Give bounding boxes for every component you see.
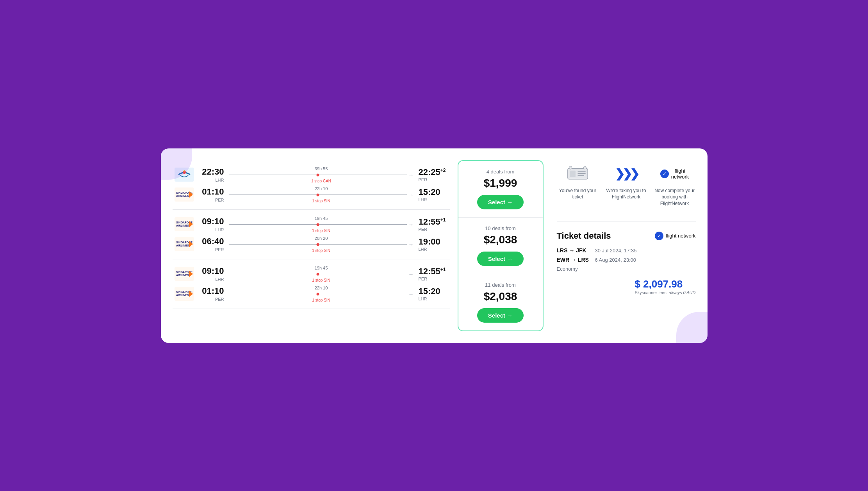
flight-row-outbound: SINGAPORE AIRLINES 09:10 LHR 19h 45 bbox=[173, 266, 450, 282]
step-flight-network: ✓ flight network Now complete your booki… bbox=[654, 164, 696, 207]
deal-price: $2,038 bbox=[484, 234, 517, 246]
stop-dot bbox=[316, 243, 319, 246]
stop-dot bbox=[316, 223, 319, 226]
departure-time: 09:10 bbox=[201, 266, 224, 276]
flight-group: SINGAPORE AIRLINES 09:10 LHR 19h 45 bbox=[173, 210, 450, 259]
stop-label: 1 stop SIN bbox=[312, 278, 330, 282]
ticket-panel: You've found your ticket ❯❯❯ We're takin… bbox=[547, 160, 696, 331]
ticket-icon bbox=[566, 164, 590, 184]
step-label: We're taking you to FlightNetwork bbox=[605, 187, 647, 201]
svg-text:AIRLINES: AIRLINES bbox=[176, 274, 189, 277]
departure-time: 09:10 bbox=[201, 216, 224, 227]
fn-checkmark: ✓ bbox=[660, 170, 669, 178]
route-bar bbox=[229, 195, 407, 195]
fn-checkmark: ✓ bbox=[655, 232, 663, 240]
deal-count: 10 deals from bbox=[485, 225, 516, 231]
arrival-time: 19:00 bbox=[419, 237, 450, 247]
route-duration: 19h 45 bbox=[315, 266, 328, 270]
flight-row-return: SINGAPORE AIRLINES 01:10 PER 22h 10 bbox=[173, 186, 450, 203]
step-label: Now complete your booking with FlightNet… bbox=[654, 187, 696, 207]
svg-text:AIRLINES: AIRLINES bbox=[176, 224, 189, 227]
departure-airport: PER bbox=[201, 297, 224, 302]
return-route: EWR → LRS bbox=[557, 257, 592, 263]
deal-option-2: 10 deals from $2,038 Select → bbox=[458, 218, 543, 274]
svg-text:AIRLINES: AIRLINES bbox=[176, 294, 189, 296]
stop-dot bbox=[316, 293, 319, 295]
route-arrow-icon: → bbox=[408, 221, 414, 228]
arrival-airport: PER bbox=[419, 177, 450, 182]
ticket-details-header: Ticket details ✓ flight network bbox=[557, 231, 696, 241]
flight-route: 19h 45 → 1 stop SIN bbox=[229, 266, 414, 282]
flight-network-icon: ✓ flight network bbox=[663, 164, 686, 184]
departure-time: 01:10 bbox=[201, 187, 224, 197]
arrival-sup: +1 bbox=[440, 267, 446, 272]
ticket-details-title: Ticket details bbox=[557, 231, 611, 241]
flight-destination: 22:25+2 PER bbox=[419, 167, 450, 182]
flight-network-badge: ✓ flight network bbox=[660, 168, 689, 180]
arrival-airport: PER bbox=[419, 277, 450, 281]
select-button-1[interactable]: Select → bbox=[477, 195, 524, 209]
airline-logo-singapore: SINGAPORE AIRLINES bbox=[173, 267, 196, 281]
flight-group: 22:30 LHR 39h 55 → 1 stop CAN 22:25+ bbox=[173, 160, 450, 210]
route-line: → bbox=[229, 192, 414, 198]
svg-point-27 bbox=[569, 166, 572, 169]
arrival-airport: PER bbox=[419, 227, 450, 232]
route-line: → bbox=[229, 221, 414, 228]
svg-point-9 bbox=[190, 223, 192, 225]
deal-count: 11 deals from bbox=[485, 282, 516, 288]
step-ticket: You've found your ticket bbox=[557, 164, 599, 201]
route-duration: 22h 10 bbox=[315, 186, 328, 191]
route-bar bbox=[229, 224, 407, 225]
outbound-route-row: LRS → JFK 30 Jul 2024, 17:35 bbox=[557, 247, 696, 254]
flight-route: 22h 10 → 1 stop SIN bbox=[229, 286, 414, 302]
route-line: → bbox=[229, 241, 414, 248]
stop-label: 1 stop SIN bbox=[312, 199, 330, 203]
select-button-3[interactable]: Select → bbox=[477, 308, 524, 323]
route-arrow-icon: → bbox=[408, 291, 414, 297]
deal-price: $1,999 bbox=[484, 177, 517, 189]
arrival-time: 12:55+1 bbox=[419, 217, 450, 227]
arrival-airport: LHR bbox=[419, 247, 450, 252]
step-label: You've found your ticket bbox=[557, 187, 599, 201]
route-duration: 20h 20 bbox=[315, 236, 328, 241]
stop-label: 1 stop CAN bbox=[311, 179, 331, 183]
fn-name: flight network bbox=[671, 168, 689, 180]
arrival-airport: LHR bbox=[419, 197, 450, 202]
stop-dot bbox=[316, 273, 319, 275]
route-duration: 19h 45 bbox=[315, 216, 328, 221]
ticket-details-section: Ticket details ✓ flight network LRS → JF… bbox=[557, 221, 696, 295]
departure-time: 01:10 bbox=[201, 286, 224, 296]
deals-panel: 4 deals from $1,999 Select → 10 deals fr… bbox=[458, 160, 544, 331]
route-bar bbox=[229, 244, 407, 245]
select-button-2[interactable]: Select → bbox=[477, 252, 524, 266]
departure-time: 06:40 bbox=[201, 236, 224, 246]
ticket-fees: Skyscanner fees: always 0 AUD bbox=[635, 290, 695, 295]
route-arrow-icon: → bbox=[408, 172, 414, 178]
route-duration: 22h 10 bbox=[315, 286, 328, 290]
stop-dot bbox=[316, 193, 319, 196]
flight-row-outbound: SINGAPORE AIRLINES 09:10 LHR 19h 45 bbox=[173, 216, 450, 233]
flight-network-logo: ✓ flight network bbox=[655, 232, 696, 240]
arrival-sup: +2 bbox=[440, 168, 446, 173]
flight-list: 22:30 LHR 39h 55 → 1 stop CAN 22:25+ bbox=[173, 160, 454, 331]
main-card: 22:30 LHR 39h 55 → 1 stop CAN 22:25+ bbox=[161, 148, 708, 343]
flight-row-outbound: 22:30 LHR 39h 55 → 1 stop CAN 22:25+ bbox=[173, 166, 450, 183]
ticket-price: $ 2,097.98 bbox=[635, 278, 695, 290]
svg-text:AIRLINES: AIRLINES bbox=[176, 244, 189, 247]
flight-destination: 15:20 LHR bbox=[419, 286, 450, 301]
flight-group: SINGAPORE AIRLINES 09:10 LHR 19h 45 bbox=[173, 259, 450, 309]
flight-destination: 15:20 LHR bbox=[419, 187, 450, 202]
arrival-airport: LHR bbox=[419, 296, 450, 301]
svg-point-5 bbox=[190, 193, 192, 196]
arrival-time: 15:20 bbox=[419, 187, 450, 197]
svg-point-17 bbox=[190, 273, 192, 275]
flight-route: 19h 45 → 1 stop SIN bbox=[229, 216, 414, 233]
departure-airport: LHR bbox=[201, 277, 224, 282]
cabin-class: Economy bbox=[557, 266, 696, 272]
route-line: → bbox=[229, 291, 414, 297]
route-line: → bbox=[229, 271, 414, 277]
flight-destination: 12:55+1 PER bbox=[419, 217, 450, 232]
airline-logo-singapore: SINGAPORE AIRLINES bbox=[173, 237, 196, 251]
arrival-time: 22:25+2 bbox=[419, 167, 450, 177]
return-route-row: EWR → LRS 6 Aug 2024, 23:00 bbox=[557, 257, 696, 263]
